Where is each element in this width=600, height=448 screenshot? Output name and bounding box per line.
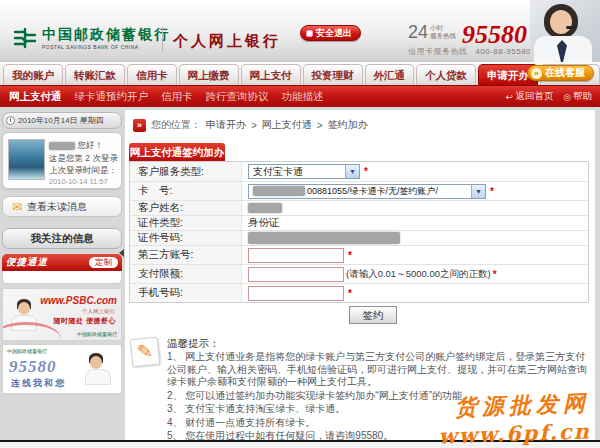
chevron-down-icon: ▼ [345,165,359,178]
subnav-credit-card[interactable]: 信用卡 [161,90,193,104]
tab-personal-loan[interactable]: 个人贷款 [416,64,476,85]
user-info-box: 您好！ 这是您第 2 次登录 上次登录时间是： 2010-10-14 11:57 [2,132,122,189]
credit-hotline-label: 信用卡服务热线 [408,47,468,56]
quick-channel-body [2,271,122,284]
tab-my-accounts[interactable]: 我的账户 [3,64,63,85]
page: 中国邮政储蓄银行 POSTAL SAVINGS BANK OF CHINA 个人… [0,0,600,448]
form-row-id-number: 证件号码: [130,230,588,245]
mobile-number-input[interactable] [248,286,344,301]
unread-messages-label: 查看未读消息 [27,200,87,214]
tab-forex[interactable]: 外汇通 [365,64,415,85]
field-label: 第三方账号: [130,246,242,264]
hotline-24: 24 [408,23,428,41]
field-label: 卡 号: [130,182,242,200]
customize-button[interactable]: 定制 [89,257,118,268]
tab-online-pay[interactable]: 网上支付 [241,64,301,85]
header-divider [162,27,163,51]
hotline-24h: 24 小时 服务热线 95580 [408,23,527,47]
field-label: 支付限额: [130,265,242,283]
logout-button[interactable]: 安全退出 [300,25,361,41]
page-title: 网上支付通签约加办 [129,143,225,161]
quick-channel-label: 便捷通道 [6,256,48,269]
sidebar-collapse-icon[interactable] [119,249,124,257]
hotline-unit: 小时 [430,24,456,32]
header: 中国邮政储蓄银行 POSTAL SAVINGS BANK OF CHINA 个人… [0,0,600,62]
tip-item: 3、 支付宝卡通支持淘宝绿卡、绿卡通。 [167,403,587,416]
payment-limit-hint: (请输入0.01～5000.00之间的正数) [346,268,491,281]
logout-label: 安全退出 [316,26,352,40]
banner-tagline-small: 个人网上银行 [82,308,115,315]
bank-name-en: POSTAL SAVINGS BANK OF CHINA [42,44,139,50]
chevron-right-icon: » [531,68,542,79]
form-row-third-party-account: 第三方账号: * [130,245,588,264]
required-asterisk: * [348,288,352,299]
home-icon: ↩ [506,92,514,102]
chevron-down-icon: ▼ [471,185,485,198]
bank-name: 中国邮政储蓄银行 [42,26,170,44]
field-label: 证件号码: [130,231,242,245]
field-label: 证件类型: [130,216,242,230]
redacted-customer-name [248,203,282,213]
main-nav: 我的账户 转账汇款 信用卡 网上缴费 网上支付 投资理财 外汇通 个人贷款 申请… [0,62,600,85]
required-asterisk: * [364,166,368,177]
online-service-button[interactable]: » 在线客服 [527,65,594,81]
hotline-label: 服务热线 [430,32,456,40]
envelope-icon: ✉ [12,201,22,213]
tab-credit-card[interactable]: 信用卡 [127,64,177,85]
safe-exit-icon [306,30,313,37]
field-label: 客户服务类型: [130,162,242,181]
banner2-slogan: 连线我和您 [11,377,66,390]
form-row-payment-limit: 支付限额: (请输入0.01～5000.00之间的正数) * [130,264,588,283]
banner-tagline: 随时随处 便捷舒心 [54,316,116,326]
subnav: 网上支付通 绿卡通预约开户 信用卡 跨行查询协议 功能描述 ↩ 返回首页 ◎ 帮… [0,85,600,107]
home-link[interactable]: ↩ 返回首页 [506,90,554,103]
psbc-website-banner[interactable]: www.PSBC.com 个人网上银行 随时随处 便捷舒心 中国邮政储蓄银行 [2,288,122,341]
breadcrumb-item-sign[interactable]: 签约加办 [328,118,368,132]
breadcrumb-icon: » [133,119,146,132]
home-label: 返回首页 [515,90,553,103]
tip-item: 2、 您可以通过签约加办功能实现绿卡签约加办“网上支付通”的功能。 [167,390,587,403]
online-service-label: 在线客服 [545,66,585,80]
breadcrumb-sep: > [251,120,257,131]
field-label: 客户姓名: [130,201,242,215]
redacted-id-number [248,232,400,244]
card-number-select[interactable]: 00881055/绿卡通卡/无/签约账户/ ▼ [248,184,486,199]
breadcrumb: » 您的位置： 申请开办 > 网上支付通 > 签约加办 [133,118,368,132]
sign-button[interactable]: 签约 [349,306,397,324]
subnav-feature-description[interactable]: 功能描述 [282,90,324,104]
tab-investment[interactable]: 投资理财 [303,64,363,85]
breadcrumb-prefix: 您的位置： [151,118,201,132]
form-row-service-type: 客户服务类型: 支付宝卡通 ▼ * [130,162,588,181]
id-type-value: 身份证 [248,216,280,230]
field-label: 手机号码: [130,284,242,302]
subnav-green-card-reservation[interactable]: 绿卡通预约开户 [75,90,149,104]
subnav-interbank-agreement[interactable]: 跨行查询协议 [206,90,269,104]
signup-form: 客户服务类型: 支付宝卡通 ▼ * 卡 号: 00881055/绿卡通 [129,161,589,303]
redacted-username [49,142,75,150]
tab-bill-pay[interactable]: 网上缴费 [179,64,239,85]
credit-hotline: 信用卡服务热线 400-88-95580 [408,46,531,57]
breadcrumb-item-apply[interactable]: 申请开办 [206,118,246,132]
breadcrumb-item-online-payment[interactable]: 网上支付通 [262,118,312,132]
tip-item: 1、 网上支付通业务是指将您的绿卡账户与第三方支付公司的账户签约绑定后，登录第三… [167,351,587,389]
hotline-number: 95580 [462,23,527,47]
current-date: 2010年10月14日 星期四 [18,115,104,126]
help-icon: ◎ [563,92,571,102]
subnav-online-payment[interactable]: 网上支付通 [9,90,62,104]
required-asterisk: * [493,269,497,280]
form-row-card-number: 卡 号: 00881055/绿卡通卡/无/签约账户/ ▼ * [130,181,588,200]
tab-transfer[interactable]: 转账汇款 [65,64,125,85]
third-party-account-input[interactable] [248,248,344,263]
tips-list: 1、 网上支付通业务是指将您的绿卡账户与第三方支付公司的账户签约绑定后，登录第三… [167,351,587,444]
payment-limit-input[interactable] [248,267,344,282]
credit-hotline-number: 400-88-95580 [475,47,531,56]
user-photo [8,139,45,180]
unread-messages-button[interactable]: ✉ 查看未读消息 [2,196,122,217]
watched-info-button[interactable]: 我关注的信息 [2,228,122,249]
help-link[interactable]: ◎ 帮助 [563,90,592,103]
hotline-banner[interactable]: 中国邮政储蓄银行 95580 连线我和您 [2,344,122,394]
tips-title: 温馨提示： [167,337,220,351]
last-login-label: 上次登录时间是： [49,165,117,177]
service-type-select[interactable]: 支付宝卡通 ▼ [248,164,360,179]
user-greeting: 您好！ [49,140,103,152]
